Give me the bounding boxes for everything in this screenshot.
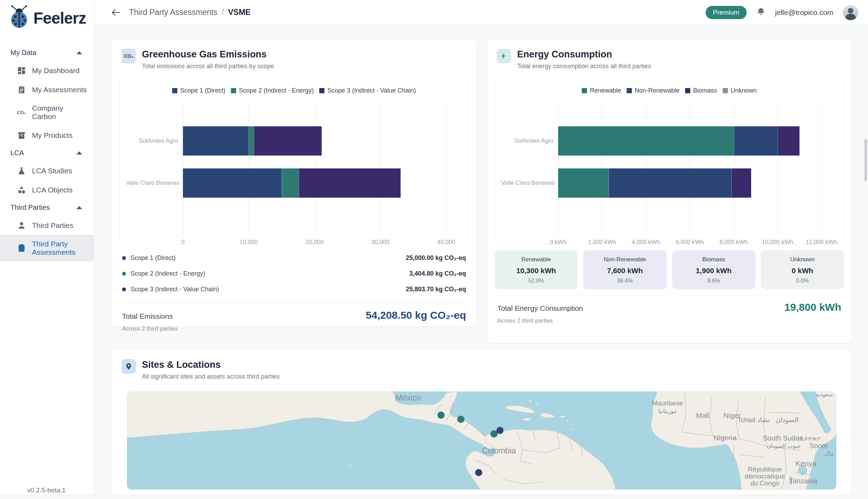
total-energy-label: Total Energy Consumption [497,304,583,312]
energy-chart-plot: 0 kWh2,000 kWh4,000 kWh6,000 kWh8,000 kW… [558,101,821,235]
axis-tick-label: 10,000 [240,239,258,246]
breadcrumb-separator: / [222,8,224,17]
scope-row: Scope 1 (Direct) 25,000.00 kg CO₂-eq [122,250,466,266]
sidebar-section-lca[interactable]: LCA [0,145,94,161]
site-marker[interactable] [497,427,504,434]
scope-dot [122,287,126,291]
clipboard-icon [17,244,26,253]
app-logo[interactable]: Feelerz [0,0,94,33]
legend-label: Biomass [693,87,717,94]
sidebar-item-lca-objects[interactable]: LCA Objects [0,180,94,199]
map-pin-icon [121,359,136,374]
sidebar-item-label: Third Party Assessments [32,240,88,256]
sidebar-item-third-parties[interactable]: Third Parties [0,216,94,235]
energy-stats: Renewable 10,300 kWh 52.0% Non-Renewable… [495,250,844,289]
map-country-label: ኢትዮጵያ [800,435,820,442]
vertical-scrollbar[interactable] [865,139,867,181]
bar-track [558,126,821,156]
gridline [778,101,778,235]
sidebar-section-my-data[interactable]: My Data [0,45,94,61]
app-version: v0.2.5-beta.1 [27,486,66,494]
top-header: Third Party Assessments / VSME Premium j… [94,0,868,25]
bell-icon[interactable] [756,7,765,18]
map-country-label: Mauritanie [652,399,683,407]
card-subtitle: Total energy consumption across all thir… [517,63,651,70]
legend-swatch-icon [723,88,728,93]
stat-percent: 52.0% [498,278,574,284]
flask-icon [17,166,26,175]
sidebar-item-my-dashboard[interactable]: My Dashboard [0,61,94,80]
sidebar-item-company-carbon[interactable]: CO₂ Company Carbon [0,99,94,126]
legend-swatch-icon [582,88,587,93]
category-label: SolAndes Agro [126,137,178,144]
world-map: MéxicoColombiaMauritanieموريتانياMaliNig… [127,391,836,490]
axis-tick-label: 40,000 [437,239,455,246]
axis-tick-label: 12,000 kWh [806,239,837,246]
clipboard-icon [17,85,26,94]
axis-tick-label: 20,000 [306,239,324,246]
sidebar-item-my-assessments[interactable]: My Assessments [0,80,94,99]
sidebar-section-third-parties[interactable]: Third Parties [0,199,94,216]
stat-biomass: Biomass 1,900 kWh 9.6% [672,250,755,289]
divider [122,303,466,303]
map-country-label: سعودية [815,391,833,398]
bar-segment [558,126,734,156]
site-marker[interactable] [457,416,464,423]
user-email[interactable]: jelle@tropico.com [775,8,833,17]
category-label: SolAndes Agro [501,137,553,144]
chevron-up-icon [77,51,82,54]
stat-percent: 38.4% [587,278,663,284]
bar-row: Valle Claro Bananas [183,168,446,198]
gridline [446,101,447,235]
legend-item: Biomass [685,87,717,94]
axis-tick-label: 0 kWh [550,239,566,246]
breadcrumb-parent[interactable]: Third Party Assessments [129,8,217,17]
ghg-chart-legend: Scope 1 (Direct)Scope 2 (Indirect - Ener… [127,85,461,97]
user-avatar[interactable] [843,5,858,20]
map-country-label: جنوب السودان [767,443,801,450]
sidebar-item-lca-studies[interactable]: LCA Studies [0,161,94,180]
stat-value: 0 kWh [764,267,841,275]
map-country-label: du Congo [750,480,779,487]
shapes-icon [17,185,26,195]
map-country-label: Kenya [796,459,817,467]
map-country-label: Tanzania [789,477,818,485]
bar-track [183,126,446,156]
stat-value: 7,600 kWh [587,267,663,275]
map-country-label: السودان [776,416,799,424]
lightning-icon [497,49,511,63]
scope-value: 3,404.80 kg CO₂-eq [409,270,466,277]
stat-renewable: Renewable 10,300 kWh 52.0% [495,250,578,289]
bar-segment [183,168,282,198]
sidebar-item-label: My Dashboard [32,66,80,75]
bar-segment [254,126,322,156]
legend-swatch-icon [231,88,236,93]
stat-percent: 9.6% [676,278,752,284]
scope-label: Scope 2 (Indirect - Energy) [130,270,205,277]
horizontal-scrollbar[interactable] [0,494,868,499]
back-arrow-icon[interactable] [111,8,121,17]
axis-tick-label: 4,000 kWh [632,239,660,246]
axis-tick-label: 0 [181,239,184,246]
gridline [734,101,734,235]
card-subtitle: All significant sites and assets across … [142,373,280,380]
app-title: Feelerz [33,9,86,27]
ghg-footnote: Across 2 third parties [119,321,469,332]
category-label: Valle Claro Bananas [126,180,178,187]
divider [497,295,841,295]
legend-label: Non-Renewable [635,87,680,94]
sites-map[interactable]: MéxicoColombiaMauritanieموريتانياMaliNig… [127,391,836,490]
section-label: Third Parties [10,204,50,212]
site-marker[interactable] [437,412,444,419]
gridline [183,101,183,235]
sidebar-item-third-party-assessments[interactable]: Third Party Assessments [0,235,94,261]
sidebar-item-my-products[interactable]: My Products [0,126,94,145]
bar-segment [609,168,731,198]
gridline [646,101,646,235]
bar-row: SolAndes Agro [558,126,821,156]
bar-track [558,168,821,198]
site-marker[interactable] [475,469,482,476]
section-label: My Data [10,49,36,57]
card-subtitle: Total emissions across all third parties… [142,63,274,70]
sidebar-item-label: Third Parties [32,221,73,230]
